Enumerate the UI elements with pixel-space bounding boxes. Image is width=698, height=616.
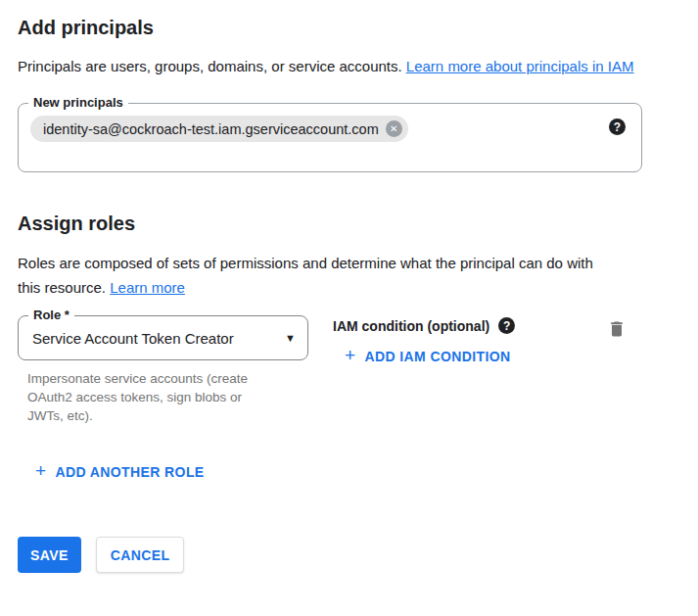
plus-icon: +: [345, 346, 356, 364]
role-label: Role *: [28, 308, 74, 322]
add-iam-condition-button[interactable]: + ADD IAM CONDITION: [345, 347, 511, 365]
roles-description: Roles are composed of sets of permission…: [18, 251, 605, 300]
principals-description: Principals are users, groups, domains, o…: [18, 54, 656, 78]
principal-chip-label: identity-sa@cockroach-test.iam.gservicea…: [43, 121, 379, 137]
assign-roles-title: Assign roles: [18, 212, 680, 235]
role-column: Role * Service Account Token Creator ▼ I…: [18, 315, 333, 425]
delete-role-button[interactable]: [607, 319, 627, 342]
learn-more-principals-link[interactable]: Learn more about principals in IAM: [406, 58, 634, 74]
iam-condition-help-icon[interactable]: ?: [498, 317, 515, 334]
principals-help-icon[interactable]: ?: [609, 118, 626, 135]
role-select[interactable]: Role * Service Account Token Creator ▼: [18, 315, 308, 360]
plus-icon: +: [35, 461, 47, 480]
new-principals-field[interactable]: New principals identity-sa@cockroach-tes…: [18, 103, 642, 172]
cancel-button[interactable]: CANCEL: [96, 537, 185, 573]
trash-icon: [607, 327, 627, 342]
role-helper-text: Impersonate service accounts (create OAu…: [27, 369, 280, 425]
chevron-down-icon: ▼: [285, 332, 296, 344]
delete-column: [607, 319, 627, 343]
roles-description-text: Roles are composed of sets of permission…: [18, 255, 593, 296]
principal-chip[interactable]: identity-sa@cockroach-test.iam.gservicea…: [30, 116, 408, 142]
learn-more-roles-link[interactable]: Learn more: [110, 279, 185, 296]
iam-condition-label: IAM condition (optional): [333, 318, 489, 334]
condition-column: IAM condition (optional) ? + ADD IAM CON…: [333, 315, 515, 366]
principals-description-text: Principals are users, groups, domains, o…: [18, 58, 406, 74]
add-iam-condition-label: ADD IAM CONDITION: [365, 349, 511, 364]
action-bar: SAVE CANCEL: [18, 537, 680, 573]
condition-label-row: IAM condition (optional) ?: [333, 317, 515, 334]
add-principals-panel: Add principals Principals are users, gro…: [0, 0, 698, 573]
new-principals-label: New principals: [28, 95, 128, 110]
chip-remove-icon[interactable]: ✕: [386, 120, 402, 137]
role-row: Role * Service Account Token Creator ▼ I…: [18, 315, 680, 425]
save-button[interactable]: SAVE: [18, 537, 81, 573]
add-another-role-label: ADD ANOTHER ROLE: [56, 464, 205, 480]
add-another-role-button[interactable]: + ADD ANOTHER ROLE: [35, 462, 205, 481]
page-title: Add principals: [18, 16, 680, 39]
role-selected-value: Service Account Token Creator: [32, 330, 277, 347]
